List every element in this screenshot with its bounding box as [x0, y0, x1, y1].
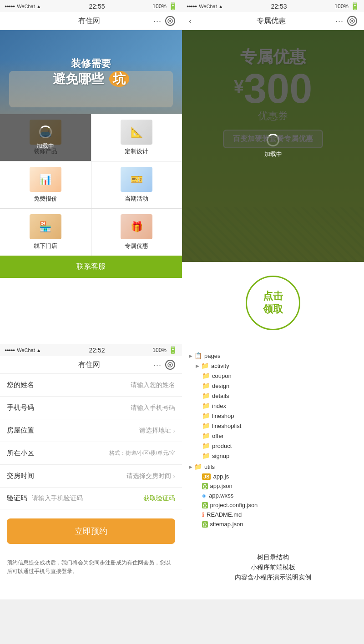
grid-item-renovation[interactable]: 🛋️ 装修产品 加载中: [0, 114, 91, 161]
right-loading-text: 加载中: [264, 150, 282, 158]
utils-icon: 📁: [194, 463, 202, 470]
left-battery-area: 100% 🔋: [152, 2, 177, 10]
right-battery-area: 100% 🔋: [334, 2, 359, 10]
location-value: 请选择地址 ›: [139, 427, 175, 435]
right-status-bar: ●●●●● WeChat ▲ 22:53 100% 🔋: [182, 0, 364, 12]
bl-nav-title: 有住网: [78, 360, 100, 370]
contact-button[interactable]: 联系客服: [0, 256, 182, 278]
utils-arrow: ▶: [189, 464, 192, 469]
right-time: 22:53: [271, 3, 287, 10]
right-wechat-label: WeChat: [199, 4, 217, 9]
bl-menu-icon[interactable]: ···: [153, 360, 162, 370]
quote-img: 📊: [30, 167, 61, 192]
form-row-location[interactable]: 房屋位置 请选择地址 ›: [0, 419, 182, 442]
banner-line1: 装修需要: [53, 57, 129, 70]
index-folder-icon: 📁: [202, 402, 210, 409]
signup-form-phone: ●●●●● WeChat ▲ 22:52 100% 🔋 有住网 ···: [0, 344, 182, 599]
tree-sitemap[interactable]: {} sitemap.json: [189, 519, 357, 529]
left-menu-icon[interactable]: ···: [153, 16, 162, 26]
verify-input[interactable]: 请输入手机验证码: [32, 494, 139, 503]
grid-item-lineshop[interactable]: 🏪 线下门店: [0, 209, 91, 256]
offer-img: 🎁: [121, 214, 152, 239]
community-placeholder[interactable]: 格式：街道/小区/楼/单元/室: [109, 449, 175, 457]
product-label-tree: product: [212, 443, 232, 449]
lineshop-label: 线下门店: [34, 242, 57, 250]
tree-app-json[interactable]: {} app.json: [189, 481, 357, 491]
grid-item-offer[interactable]: 🎁 专属优惠: [91, 209, 182, 256]
tree-lineshop[interactable]: 📁 lineshop: [189, 411, 357, 421]
left-grid: 🛋️ 装修产品 加载中 📐 定制设计 📊 免费报价 🎫 当期活动: [0, 114, 182, 256]
claim-line2: 领取: [263, 303, 283, 316]
projcfg-label: project.config.json: [210, 502, 258, 508]
submit-area: 立即预约: [0, 509, 182, 553]
form-row-handover[interactable]: 交房时间 请选择交房时间 ›: [0, 465, 182, 488]
banner-left-text-block: 装修需要 避免哪些 坑: [53, 57, 129, 88]
product-folder-icon: 📁: [202, 442, 210, 449]
coupon-folder-icon: 📁: [202, 372, 210, 379]
grid-item-design[interactable]: 📐 定制设计: [91, 114, 182, 161]
bl-battery-icon: 🔋: [168, 346, 177, 354]
form-fields: 您的姓名 请输入您的姓名 手机号码 请输入手机号码 房屋位置 请选择地址 › 所…: [0, 374, 182, 509]
tree-index[interactable]: 📁 index: [189, 401, 357, 411]
tree-pages[interactable]: ▶ 📋 pages: [189, 351, 357, 361]
activity-label-tree: activity: [211, 362, 229, 369]
tree-product[interactable]: 📁 product: [189, 441, 357, 451]
tree-activity[interactable]: ▶ 📁 activity: [189, 361, 357, 371]
details-folder-icon: 📁: [202, 392, 210, 399]
tree-readme[interactable]: ℹ README.md: [189, 510, 357, 519]
claim-button[interactable]: 点击 领取: [246, 276, 300, 330]
battery-icon: 🔋: [168, 2, 177, 10]
bl-signal-dots: ●●●●●: [5, 348, 15, 352]
design-img: 📐: [121, 120, 152, 145]
get-code-button[interactable]: 获取验证码: [143, 494, 175, 503]
right-scan-icon[interactable]: [347, 16, 357, 26]
handover-label: 交房时间: [7, 472, 39, 480]
tree-project-config[interactable]: {} project.config.json: [189, 500, 357, 510]
tree-signup[interactable]: 📁 signup: [189, 451, 357, 461]
file-tree-panel: ▶ 📋 pages ▶ 📁 activity 📁 coupon 📁 design…: [182, 344, 364, 599]
tree-app-js[interactable]: JS app.js: [189, 472, 357, 481]
location-label: 房屋位置: [7, 426, 39, 435]
left-time: 22:55: [89, 3, 105, 10]
left-nav-bar: 有住网 ···: [0, 12, 182, 30]
lineshop-folder-icon: 📁: [202, 412, 210, 419]
index-label-tree: index: [212, 402, 226, 409]
activity-label: 当期活动: [125, 195, 148, 203]
appwxss-label: app.wxss: [209, 492, 233, 499]
form-note: 预约信息提交成功后，我们将会为您同步注册成为有住网会员，您以后可以通过手机号直接…: [0, 553, 182, 581]
tree-utils[interactable]: ▶ 📁 utils: [189, 462, 357, 472]
banner-line2: 避免哪些 坑: [53, 70, 129, 88]
name-placeholder[interactable]: 请输入您的姓名: [131, 381, 175, 389]
design-label-tree: design: [212, 382, 229, 389]
sitemap-label: sitemap.json: [210, 521, 243, 528]
right-signal: ●●●●● WeChat ▲: [187, 4, 223, 9]
tree-coupon[interactable]: 📁 coupon: [189, 371, 357, 381]
grid-item-quote[interactable]: 📊 免费报价: [0, 161, 91, 208]
submit-button[interactable]: 立即预约: [7, 518, 175, 544]
right-phone: ●●●●● WeChat ▲ 22:53 100% 🔋 ‹ 专属优惠 ···: [182, 0, 364, 344]
bl-nav-bar: 有住网 ···: [0, 356, 182, 374]
banner-tag: 坑: [109, 71, 129, 87]
tree-footer: 树目录结构 小程序前端模板 内容含小程序演示说明实例: [189, 543, 357, 593]
wechat-label: WeChat: [17, 4, 35, 9]
lineshoplist-folder-icon: 📁: [202, 422, 210, 429]
phone-placeholder[interactable]: 请输入手机号码: [131, 404, 175, 412]
offer-folder-icon: 📁: [202, 432, 210, 439]
signal-dots: ●●●●●: [5, 4, 15, 9]
utils-label-tree: utils: [204, 463, 215, 470]
tree-details[interactable]: 📁 details: [189, 391, 357, 401]
bl-scan-icon[interactable]: [165, 360, 175, 370]
tree-lineshoplist[interactable]: 📁 lineshoplist: [189, 421, 357, 431]
left-scan-icon[interactable]: [165, 16, 175, 26]
community-label: 所在小区: [7, 449, 39, 458]
footer-line1: 树目录结构: [198, 553, 348, 562]
quote-label: 免费报价: [34, 195, 57, 203]
grid-item-activity[interactable]: 🎫 当期活动: [91, 161, 182, 208]
tree-design[interactable]: 📁 design: [189, 381, 357, 391]
right-menu-icon[interactable]: ···: [335, 16, 344, 26]
tree-app-wxss[interactable]: ◈ app.wxss: [189, 491, 357, 500]
tree-offer[interactable]: 📁 offer: [189, 431, 357, 441]
appjs-label: app.js: [213, 473, 229, 480]
form-row-community: 所在小区 格式：街道/小区/楼/单元/室: [0, 442, 182, 465]
back-icon[interactable]: ‹: [189, 16, 192, 26]
